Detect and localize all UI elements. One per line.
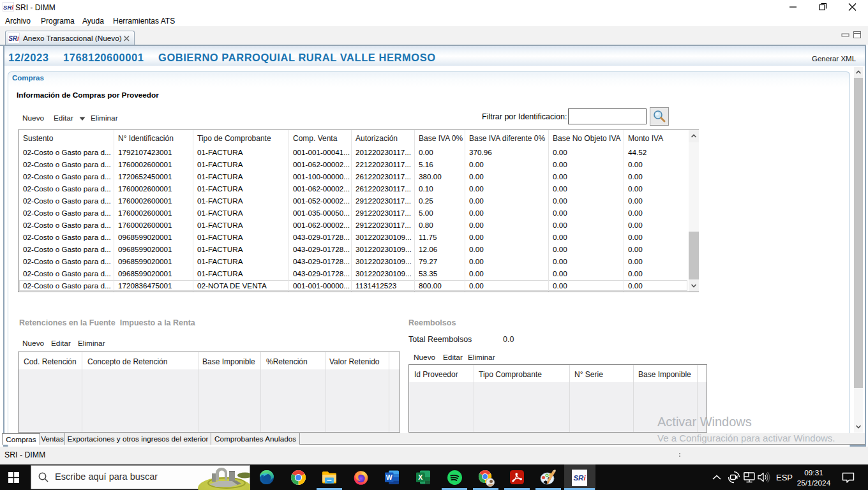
svg-text:W: W: [386, 473, 393, 481]
svg-text:X: X: [418, 473, 423, 481]
